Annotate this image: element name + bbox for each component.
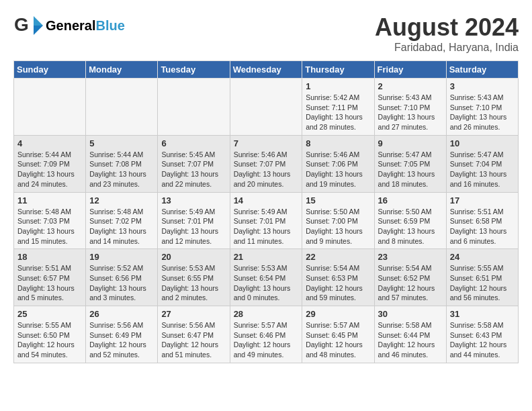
week-row-5: 25Sunrise: 5:55 AM Sunset: 6:50 PM Dayli… [14,306,519,363]
day-number: 5 [89,138,154,148]
column-header-monday: Monday [86,61,158,79]
calendar-cell: 1Sunrise: 5:42 AM Sunset: 7:11 PM Daylig… [302,79,374,136]
day-info: Sunrise: 5:47 AM Sunset: 7:04 PM Dayligh… [450,150,515,189]
calendar-cell: 21Sunrise: 5:53 AM Sunset: 6:54 PM Dayli… [230,249,302,306]
calendar-cell [86,79,158,136]
calendar-cell: 3Sunrise: 5:43 AM Sunset: 7:10 PM Daylig… [446,79,518,136]
day-info: Sunrise: 5:42 AM Sunset: 7:11 PM Dayligh… [306,93,370,132]
week-row-2: 4Sunrise: 5:44 AM Sunset: 7:09 PM Daylig… [14,135,519,192]
column-header-friday: Friday [374,61,446,79]
column-header-saturday: Saturday [446,61,518,79]
day-info: Sunrise: 5:48 AM Sunset: 7:03 PM Dayligh… [17,207,82,246]
day-info: Sunrise: 5:53 AM Sunset: 6:55 PM Dayligh… [161,263,226,303]
day-number: 4 [17,138,82,148]
day-info: Sunrise: 5:50 AM Sunset: 6:59 PM Dayligh… [378,207,443,246]
day-number: 3 [450,81,515,91]
day-number: 21 [234,252,299,262]
day-number: 16 [378,195,443,205]
day-number: 30 [378,309,443,319]
calendar-cell: 5Sunrise: 5:44 AM Sunset: 7:08 PM Daylig… [86,135,158,192]
day-info: Sunrise: 5:55 AM Sunset: 6:51 PM Dayligh… [450,263,515,303]
day-number: 31 [450,309,515,319]
day-info: Sunrise: 5:52 AM Sunset: 6:56 PM Dayligh… [89,263,154,303]
logo-blue: Blue [95,18,124,33]
calendar-cell: 8Sunrise: 5:46 AM Sunset: 7:06 PM Daylig… [302,135,374,192]
day-number: 1 [306,81,370,91]
calendar-cell: 22Sunrise: 5:54 AM Sunset: 6:53 PM Dayli… [302,249,374,306]
day-number: 18 [17,252,82,262]
day-number: 10 [450,138,515,148]
day-info: Sunrise: 5:49 AM Sunset: 7:01 PM Dayligh… [234,207,299,246]
calendar-cell: 6Sunrise: 5:45 AM Sunset: 7:07 PM Daylig… [158,135,230,192]
day-number: 6 [161,138,226,148]
calendar-cell: 13Sunrise: 5:49 AM Sunset: 7:01 PM Dayli… [158,192,230,249]
calendar-cell: 26Sunrise: 5:56 AM Sunset: 6:49 PM Dayli… [86,306,158,363]
day-info: Sunrise: 5:54 AM Sunset: 6:53 PM Dayligh… [306,263,370,303]
day-number: 17 [450,195,515,205]
month-title: August 2024 [375,13,519,42]
day-number: 27 [161,309,226,319]
day-info: Sunrise: 5:44 AM Sunset: 7:08 PM Dayligh… [89,150,154,189]
day-info: Sunrise: 5:57 AM Sunset: 6:46 PM Dayligh… [234,320,299,360]
day-number: 13 [161,195,226,205]
day-number: 20 [161,252,226,262]
calendar-cell: 23Sunrise: 5:54 AM Sunset: 6:52 PM Dayli… [374,249,446,306]
day-info: Sunrise: 5:46 AM Sunset: 7:07 PM Dayligh… [234,150,299,189]
calendar-cell [230,79,302,136]
calendar-header-row: SundayMondayTuesdayWednesdayThursdayFrid… [14,61,519,79]
day-number: 25 [17,309,82,319]
calendar-cell: 20Sunrise: 5:53 AM Sunset: 6:55 PM Dayli… [158,249,230,306]
day-number: 9 [378,138,443,148]
logo-general: General [46,18,95,33]
calendar-cell: 12Sunrise: 5:48 AM Sunset: 7:02 PM Dayli… [86,192,158,249]
day-number: 19 [89,252,154,262]
calendar-cell: 27Sunrise: 5:56 AM Sunset: 6:47 PM Dayli… [158,306,230,363]
day-info: Sunrise: 5:43 AM Sunset: 7:10 PM Dayligh… [378,93,443,132]
day-info: Sunrise: 5:55 AM Sunset: 6:50 PM Dayligh… [17,320,82,360]
day-info: Sunrise: 5:45 AM Sunset: 7:07 PM Dayligh… [161,150,226,189]
calendar-cell: 19Sunrise: 5:52 AM Sunset: 6:56 PM Dayli… [86,249,158,306]
day-info: Sunrise: 5:53 AM Sunset: 6:54 PM Dayligh… [234,263,299,303]
day-info: Sunrise: 5:51 AM Sunset: 6:58 PM Dayligh… [450,207,515,246]
logo-text: GeneralBlue [46,18,125,33]
calendar-cell: 24Sunrise: 5:55 AM Sunset: 6:51 PM Dayli… [446,249,518,306]
week-row-1: 1Sunrise: 5:42 AM Sunset: 7:11 PM Daylig… [14,79,519,136]
day-number: 8 [306,138,370,148]
calendar-cell: 4Sunrise: 5:44 AM Sunset: 7:09 PM Daylig… [14,135,86,192]
svg-text:G: G [14,14,29,35]
day-info: Sunrise: 5:50 AM Sunset: 7:00 PM Dayligh… [306,207,370,246]
day-number: 23 [378,252,443,262]
calendar-cell: 14Sunrise: 5:49 AM Sunset: 7:01 PM Dayli… [230,192,302,249]
day-number: 22 [306,252,370,262]
column-header-sunday: Sunday [14,61,86,79]
day-info: Sunrise: 5:49 AM Sunset: 7:01 PM Dayligh… [161,207,226,246]
calendar-cell: 15Sunrise: 5:50 AM Sunset: 7:00 PM Dayli… [302,192,374,249]
day-number: 26 [89,309,154,319]
calendar-cell: 18Sunrise: 5:51 AM Sunset: 6:57 PM Dayli… [14,249,86,306]
calendar-cell: 2Sunrise: 5:43 AM Sunset: 7:10 PM Daylig… [374,79,446,136]
column-header-wednesday: Wednesday [230,61,302,79]
page-header: G GeneralBlue August 2024 Faridabad, Har… [13,13,519,54]
calendar-cell: 16Sunrise: 5:50 AM Sunset: 6:59 PM Dayli… [374,192,446,249]
day-number: 24 [450,252,515,262]
day-info: Sunrise: 5:46 AM Sunset: 7:06 PM Dayligh… [306,150,370,189]
day-info: Sunrise: 5:56 AM Sunset: 6:47 PM Dayligh… [161,320,226,360]
day-number: 12 [89,195,154,205]
day-info: Sunrise: 5:51 AM Sunset: 6:57 PM Dayligh… [17,263,82,303]
location: Faridabad, Haryana, India [375,42,519,54]
day-info: Sunrise: 5:56 AM Sunset: 6:49 PM Dayligh… [89,320,154,360]
calendar-cell: 9Sunrise: 5:47 AM Sunset: 7:05 PM Daylig… [374,135,446,192]
day-number: 29 [306,309,370,319]
calendar-table: SundayMondayTuesdayWednesdayThursdayFrid… [13,60,519,363]
week-row-3: 11Sunrise: 5:48 AM Sunset: 7:03 PM Dayli… [14,192,519,249]
day-number: 14 [234,195,299,205]
calendar-cell: 17Sunrise: 5:51 AM Sunset: 6:58 PM Dayli… [446,192,518,249]
title-block: August 2024 Faridabad, Haryana, India [375,13,519,54]
column-header-tuesday: Tuesday [158,61,230,79]
logo: G GeneralBlue [13,13,125,38]
calendar-cell [14,79,86,136]
day-info: Sunrise: 5:58 AM Sunset: 6:44 PM Dayligh… [378,320,443,360]
calendar-cell: 29Sunrise: 5:57 AM Sunset: 6:45 PM Dayli… [302,306,374,363]
day-info: Sunrise: 5:44 AM Sunset: 7:09 PM Dayligh… [17,150,82,189]
logo-icon: G [13,13,43,38]
